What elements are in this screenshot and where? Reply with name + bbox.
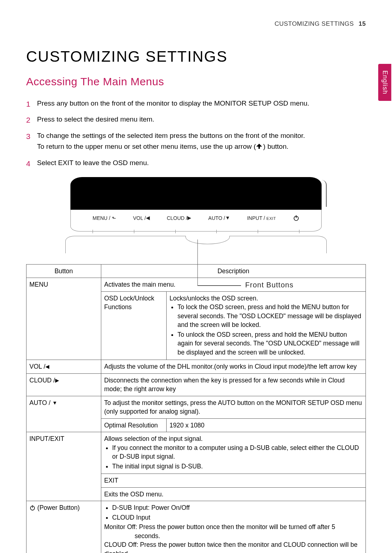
desc-intro: Locks/unlocks the OSD screen. [170, 294, 363, 303]
desc-bullet: If you connect the monitor to a computer… [112, 443, 363, 461]
cell-sub-value: 1920 x 1080 [167, 418, 366, 432]
cell-button-name: VOL /◀ [26, 360, 101, 374]
step-text: To change the settings of the selected i… [37, 132, 305, 139]
right-triangle-icon: ▶ [187, 215, 191, 221]
desc-intro: Allows selection of the input signal. [104, 434, 363, 443]
down-triangle-icon: ▼ [225, 215, 230, 221]
desc-bullet: The initial input signal is D-SUB. [112, 462, 363, 471]
cell-description: Activates the main menu. [101, 278, 366, 292]
page-content: CUSTOMIZING SETTINGS 15 CUSTOMIZING SETT… [0, 0, 392, 553]
step-item: 2Press to select the desired menu item. [26, 114, 366, 125]
step-text: Select EXIT to leave the OSD menu. [37, 159, 149, 167]
step-text: To return to the upper menu or set other… [37, 143, 256, 150]
step-text: Press to select the desired menu item. [37, 115, 154, 123]
button-label-vol: VOL /◀ [133, 215, 150, 221]
desc-bullet: D-SUB Input: Power On/Off [112, 503, 363, 512]
running-header: CUSTOMIZING SETTINGS 15 [26, 20, 366, 28]
language-tab: English [378, 64, 391, 101]
desc-line: CLOUD Off: Press the power button twice … [104, 540, 363, 553]
cell-description: Disconnects the connection when the key … [101, 373, 366, 396]
desc-bullet: CLOUD Input [112, 513, 363, 522]
cell-description: Allows selection of the input signal. If… [101, 432, 366, 474]
button-label-menu: MENU / ⬑ [93, 215, 116, 221]
cell-description: To adjust the monitor settings, press th… [101, 396, 366, 418]
up-arrow-icon [256, 143, 263, 150]
desc-line: Monitor Off: Press the power button once… [104, 523, 363, 532]
power-icon [29, 504, 36, 511]
button-label-auto: AUTO /▼ [208, 215, 230, 221]
down-triangle-icon: ▼ [52, 400, 57, 406]
section-title: Accessing The Main Menus [26, 75, 366, 88]
monitor-bezel [70, 177, 322, 210]
left-triangle-icon: ◀ [146, 215, 150, 221]
power-icon [293, 215, 299, 221]
cell-sub-description: Locks/unlocks the OSD screen. To lock th… [167, 291, 366, 360]
cell-button-name: CLOUD /▶ [26, 373, 101, 396]
cell-sub-label: Optimal Resolution [101, 418, 167, 432]
cell-description: Exits the OSD menu. [101, 487, 366, 501]
step-text: Press any button on the front of the mon… [37, 99, 309, 107]
running-header-section: CUSTOMIZING SETTINGS [274, 20, 354, 27]
return-arrow-icon: ⬑ [112, 215, 116, 221]
callout-label: Front Buttons [245, 281, 294, 289]
cell-description: Adjusts the volume of the DHL monitor.(o… [101, 360, 366, 374]
monitor-button-strip: MENU / ⬑ VOL /◀ CLOUD /▶ AUTO /▼ INPUT /… [70, 210, 322, 232]
right-triangle-icon: ▶ [55, 377, 59, 383]
step-item: 3 To change the settings of the selected… [26, 130, 366, 152]
cell-button-name: AUTO / ▼ [26, 396, 101, 432]
step-item: 4Select EXIT to leave the OSD menu. [26, 157, 366, 168]
button-label-input: INPUT / EXIT [247, 215, 276, 221]
desc-bullet: To lock the OSD screen, press and hold t… [177, 303, 363, 329]
steps-list: 1Press any button on the front of the mo… [26, 98, 366, 168]
step-item: 1Press any button on the front of the mo… [26, 98, 366, 109]
cell-sub-label: OSD Lock/Unlock Functions [101, 291, 167, 360]
monitor-base [65, 236, 327, 253]
callout-line [197, 239, 198, 286]
table-header-description: Description [101, 264, 366, 278]
cell-button-name: INPUT/EXIT [26, 432, 101, 501]
desc-bullet: To unlock the OSD screen, press and hold… [177, 330, 363, 357]
desc-line: seconds. [104, 532, 363, 541]
table-header-button: Button [26, 264, 101, 278]
button-label-cloud: CLOUD /▶ [167, 215, 191, 221]
cell-button-name: (Power Button) [26, 501, 101, 553]
cell-exit-label: EXIT [101, 474, 366, 488]
cell-description: D-SUB Input: Power On/Off CLOUD Input Mo… [101, 501, 366, 553]
step-text: ) button. [263, 143, 289, 150]
buttons-table: Button Description MENU Activates the ma… [26, 264, 366, 553]
left-triangle-icon: ◀ [45, 364, 49, 369]
monitor-diagram: MENU / ⬑ VOL /◀ CLOUD /▶ AUTO /▼ INPUT /… [65, 177, 327, 253]
page-number: 15 [359, 20, 366, 27]
cell-button-name: MENU [26, 278, 101, 360]
page-title: CUSTOMIZING SETTINGS [26, 48, 366, 65]
